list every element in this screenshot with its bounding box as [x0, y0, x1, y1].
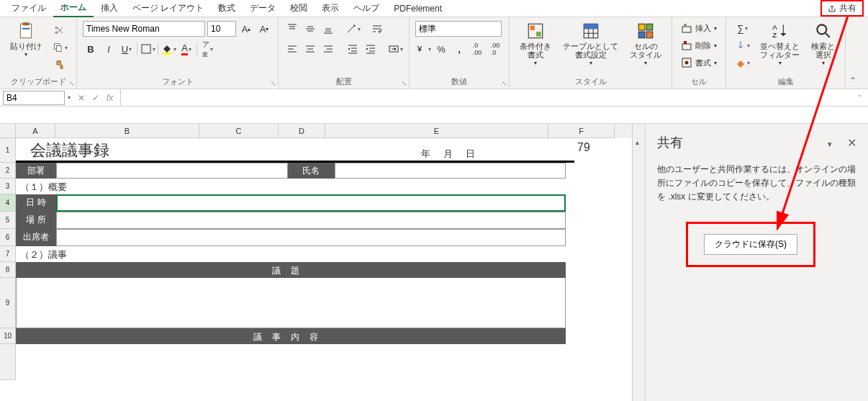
clipboard-expand-icon[interactable]: ⤡: [69, 80, 75, 87]
insert-cells-button[interactable]: 挿入▾: [678, 20, 720, 36]
align-bottom-button[interactable]: [320, 21, 336, 37]
percent-button[interactable]: %: [433, 41, 449, 57]
delete-cells-button[interactable]: 削除▾: [678, 37, 720, 53]
align-right-button[interactable]: [320, 41, 336, 57]
tab-view[interactable]: 表示: [315, 0, 346, 17]
content-body[interactable]: [16, 344, 566, 380]
tab-help[interactable]: ヘルプ: [346, 0, 386, 17]
paste-button[interactable]: 貼り付け ▾: [6, 20, 46, 75]
align-left-button[interactable]: [284, 41, 300, 57]
merge-button[interactable]: [387, 41, 403, 57]
font-size-select[interactable]: [207, 21, 236, 37]
row-header-6[interactable]: 6: [0, 229, 16, 246]
border-button[interactable]: [140, 41, 155, 57]
row-header-2[interactable]: 2: [0, 163, 16, 179]
decrease-font-button[interactable]: A▾: [256, 21, 272, 37]
align-center-button[interactable]: [302, 41, 318, 57]
bold-button[interactable]: B: [83, 41, 99, 57]
conditional-format-button[interactable]: 条件付き 書式▾: [515, 20, 556, 75]
format-cells-button[interactable]: 書式▾: [678, 55, 720, 71]
tab-home[interactable]: ホーム: [53, 0, 94, 17]
place-input[interactable]: [56, 212, 566, 229]
collapse-ribbon-button[interactable]: ⌃: [846, 17, 860, 89]
datetime-label[interactable]: 日 時: [16, 194, 56, 212]
row-header-1[interactable]: 1: [0, 138, 16, 163]
name-box[interactable]: [3, 91, 65, 105]
font-color-button[interactable]: A: [178, 41, 194, 57]
fill-color-button[interactable]: [161, 41, 176, 57]
row-header-4[interactable]: 4: [0, 194, 16, 212]
col-header-c[interactable]: C: [199, 124, 279, 138]
content-header[interactable]: 議事内容: [16, 328, 566, 344]
row-header-8[interactable]: 8: [0, 262, 16, 278]
select-all-corner[interactable]: [0, 124, 16, 138]
indent-increase-button[interactable]: [363, 41, 379, 57]
cancel-formula-icon[interactable]: ✕: [78, 93, 85, 103]
increase-font-button[interactable]: A▴: [238, 21, 254, 37]
align-middle-button[interactable]: [302, 21, 318, 37]
datetime-input[interactable]: [56, 194, 566, 212]
col-header-a[interactable]: A: [16, 124, 55, 138]
name-label[interactable]: 氏名: [288, 163, 335, 179]
autosum-button[interactable]: ∑: [732, 20, 753, 36]
expand-formula-icon[interactable]: ⌃: [851, 94, 868, 102]
font-expand-icon[interactable]: ⤡: [271, 80, 276, 87]
panel-dropdown-icon[interactable]: ▼: [826, 140, 833, 148]
align-top-button[interactable]: [284, 21, 300, 37]
fill-button[interactable]: [732, 37, 753, 53]
name-input[interactable]: [335, 163, 566, 179]
font-name-select[interactable]: [83, 21, 205, 37]
dept-label[interactable]: 部署: [16, 163, 56, 179]
sort-filter-button[interactable]: AZ 並べ替えと フィルター▾: [756, 20, 804, 75]
col-header-f[interactable]: F: [548, 124, 615, 138]
orientation-button[interactable]: [345, 21, 361, 37]
formula-bar[interactable]: [120, 89, 851, 106]
enter-formula-icon[interactable]: ✓: [92, 93, 99, 103]
tab-formula[interactable]: 数式: [211, 0, 243, 17]
attendees-label[interactable]: 出席者: [16, 229, 56, 246]
indent-decrease-button[interactable]: [345, 41, 361, 57]
section-1[interactable]: （１）概要: [16, 179, 566, 194]
tab-insert[interactable]: 挿入: [94, 0, 125, 17]
dept-input[interactable]: [56, 163, 288, 179]
number-format-select[interactable]: [415, 21, 502, 37]
align-expand-icon[interactable]: ⤡: [402, 80, 407, 87]
topic-content[interactable]: [16, 278, 566, 328]
attendees-input[interactable]: [56, 229, 566, 246]
tab-page-layout[interactable]: ページ レイアウト: [125, 0, 211, 17]
underline-button[interactable]: U: [119, 41, 135, 57]
col-header-b[interactable]: B: [55, 124, 199, 138]
tab-file[interactable]: ファイル: [4, 0, 53, 17]
row-header-9[interactable]: 9: [0, 278, 16, 328]
italic-button[interactable]: I: [101, 41, 117, 57]
increase-decimal-button[interactable]: .0.00: [469, 41, 485, 57]
format-painter-button[interactable]: [52, 57, 68, 73]
row-header-3[interactable]: 3: [0, 179, 16, 194]
table-format-button[interactable]: テーブルとして 書式設定▾: [559, 20, 623, 75]
panel-close-icon[interactable]: ✕: [847, 137, 856, 149]
place-label[interactable]: 場 所: [16, 212, 56, 229]
number-expand-icon[interactable]: ⤡: [502, 80, 507, 87]
col-header-d[interactable]: D: [279, 124, 325, 138]
copy-button[interactable]: [52, 40, 68, 55]
decrease-decimal-button[interactable]: .00.0: [487, 41, 503, 57]
cell-styles-button[interactable]: セルの スタイル▾: [625, 20, 666, 75]
phonetic-button[interactable]: ア亜: [199, 41, 215, 57]
vertical-scrollbar[interactable]: [632, 124, 645, 401]
tab-review[interactable]: 校閲: [283, 0, 315, 17]
share-button[interactable]: 共有: [820, 0, 864, 17]
save-to-cloud-button[interactable]: クラウドに保存(S): [704, 234, 797, 255]
row-header-7[interactable]: 7: [0, 246, 16, 262]
col-header-e[interactable]: E: [325, 124, 548, 138]
tab-data[interactable]: データ: [243, 0, 283, 17]
find-select-button[interactable]: 検索と 選択▾: [807, 20, 839, 75]
row-header-10[interactable]: 10: [0, 328, 16, 344]
row-header-5[interactable]: 5: [0, 212, 16, 229]
doc-title[interactable]: 会議議事録 年月日: [16, 138, 574, 163]
comma-button[interactable]: ,: [451, 41, 467, 57]
cell-f1[interactable]: 79: [574, 138, 632, 163]
fx-icon[interactable]: fx: [107, 93, 113, 103]
clear-button[interactable]: [732, 55, 753, 71]
tab-pdfelement[interactable]: PDFelement: [386, 1, 449, 16]
topic-header[interactable]: 議題: [16, 262, 566, 278]
